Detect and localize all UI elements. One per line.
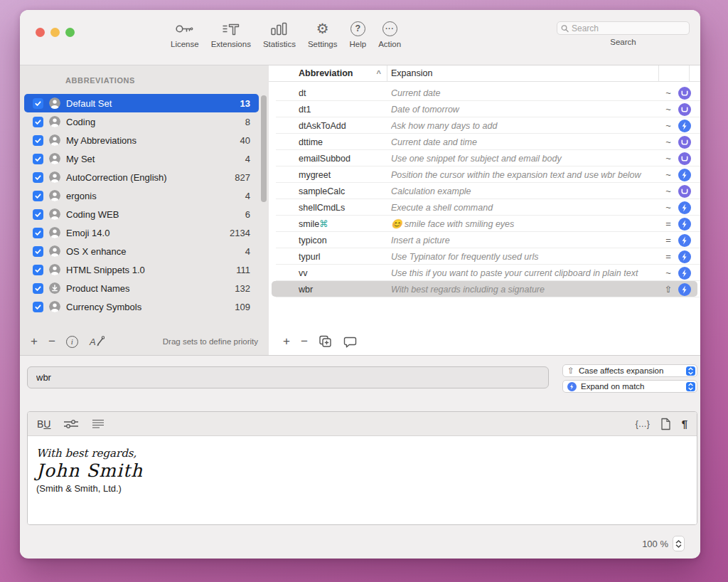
- cell-expansion: Use one snippet for subject and email bo…: [391, 154, 660, 164]
- search-toolbar-label: Search: [557, 38, 690, 46]
- comment-icon[interactable]: [343, 336, 358, 348]
- sidebar-item-html-snippets-1-0[interactable]: HTML Snippets 1.0111: [24, 260, 259, 279]
- column-header-case[interactable]: [658, 65, 689, 81]
- search-input[interactable]: [572, 23, 685, 33]
- set-count: 13: [240, 98, 250, 109]
- table-row-mygreet[interactable]: mygreetPosition the cursor within the ex…: [269, 166, 700, 183]
- sidebar-item-coding[interactable]: Coding8: [24, 112, 259, 131]
- cell-expansion: 😊 smile face with smiling eyes: [391, 218, 660, 229]
- duplicate-icon[interactable]: [318, 335, 333, 348]
- table-row-emailsubbod[interactable]: emailSubbodUse one snippet for subject a…: [269, 150, 700, 166]
- user-icon: [49, 301, 60, 312]
- column-header-abbreviation[interactable]: Abbreviation ^: [269, 65, 387, 81]
- set-count: 4: [245, 154, 250, 164]
- set-enabled-checkbox[interactable]: [33, 191, 43, 201]
- set-enabled-checkbox[interactable]: [33, 283, 43, 294]
- set-enabled-checkbox[interactable]: [33, 246, 43, 257]
- sidebar-item-emoji-14-0[interactable]: Emoji 14.02134: [24, 223, 259, 242]
- set-name: ergonis: [66, 191, 97, 201]
- cell-expansion: Position the cursor within the expansion…: [391, 170, 660, 180]
- toolbar-button-license[interactable]: License: [171, 18, 199, 48]
- zoom-button[interactable]: [65, 28, 75, 37]
- close-button[interactable]: [36, 28, 45, 37]
- sidebar-item-my-set[interactable]: My Set4: [24, 149, 259, 168]
- case-dropdown[interactable]: ⇧ Case affects expansion: [562, 364, 697, 377]
- zoom-stepper[interactable]: [673, 536, 685, 551]
- insert-marker-button[interactable]: {…}: [636, 419, 650, 429]
- cell-abbreviation: sampleCalc: [299, 186, 391, 196]
- toolbar-button-extensions[interactable]: Extensions: [211, 18, 251, 48]
- signature-line-1: With best regards,: [36, 447, 688, 460]
- document-icon[interactable]: [660, 418, 671, 430]
- set-count: 827: [235, 172, 250, 183]
- column-header-type[interactable]: [689, 65, 700, 81]
- minimize-button[interactable]: [50, 28, 60, 37]
- column-header-expansion[interactable]: Expansion: [387, 65, 658, 81]
- table-row-dttime[interactable]: dttimeCurrent date and time~: [269, 134, 700, 150]
- alignment-icon[interactable]: [92, 419, 105, 429]
- table-row-dt[interactable]: dtCurrent date~: [269, 85, 700, 101]
- set-enabled-checkbox[interactable]: [33, 154, 43, 164]
- add-set-button[interactable]: +: [31, 336, 38, 347]
- set-count: 132: [235, 283, 250, 294]
- table-row-wbr[interactable]: wbrWith best regards including a signatu…: [269, 281, 700, 297]
- set-enabled-checkbox[interactable]: [33, 172, 43, 183]
- set-enabled-checkbox[interactable]: [33, 98, 43, 109]
- toolbar-button-settings[interactable]: ⚙Settings: [308, 18, 338, 48]
- add-abbreviation-button[interactable]: +: [283, 336, 290, 347]
- download-icon: [49, 282, 60, 294]
- toolbar-button-statistics[interactable]: Statistics: [263, 18, 296, 48]
- set-enabled-checkbox[interactable]: [33, 209, 43, 220]
- toolbar-button-label: Extensions: [211, 40, 251, 48]
- abbreviation-input[interactable]: [27, 366, 549, 388]
- format-options-icon[interactable]: [63, 419, 79, 429]
- set-enabled-checkbox[interactable]: [33, 265, 43, 275]
- cell-abbreviation: emailSubbod: [299, 154, 391, 164]
- sidebar-item-coding-web[interactable]: Coding WEB6: [24, 205, 259, 223]
- editor-content[interactable]: With best regards, John Smith (Smith & S…: [28, 436, 697, 524]
- sidebar-item-autocorrection-english-[interactable]: AutoCorrection (English)827: [24, 168, 259, 186]
- sidebar-item-default-set[interactable]: Default Set13: [24, 94, 259, 112]
- search-field[interactable]: [557, 21, 690, 35]
- table-row-shellcmdls[interactable]: shellCmdLsExecute a shell command~: [269, 199, 700, 216]
- toolbar-button-help[interactable]: ?Help: [349, 18, 366, 48]
- set-enabled-checkbox[interactable]: [33, 135, 43, 146]
- expand-dropdown[interactable]: Expand on match: [562, 380, 697, 393]
- pilcrow-button[interactable]: ¶: [682, 418, 687, 430]
- table-row-smile[interactable]: smile⌘😊 smile face with smiling eyes=: [269, 216, 700, 232]
- set-name: Emoji 14.0: [66, 228, 109, 238]
- sidebar-item-os-x-enhance[interactable]: OS X enhance4: [24, 242, 259, 260]
- remove-abbreviation-button[interactable]: −: [301, 336, 308, 347]
- table-row-typurl[interactable]: typurlUse Typinator for frequently used …: [269, 248, 700, 265]
- table-row-dt1[interactable]: dt1Date of tomorrow~: [269, 101, 700, 117]
- sidebar-item-currency-symbols[interactable]: Currency Symbols109: [24, 297, 259, 316]
- table-row-samplecalc[interactable]: sampleCalcCalculation example~: [269, 183, 700, 199]
- table-row-vv[interactable]: vvUse this if you want to paste your cur…: [269, 265, 700, 281]
- zoom-control: 100 %: [642, 536, 685, 551]
- signature-line-3: (Smith & Smith, Ltd.): [36, 483, 688, 494]
- user-icon: [49, 190, 60, 201]
- set-count: 109: [235, 302, 250, 312]
- set-enabled-checkbox[interactable]: [33, 302, 43, 312]
- remove-set-button[interactable]: −: [48, 336, 55, 347]
- table-header: Abbreviation ^ Expansion: [269, 65, 700, 82]
- format-bold-underline-button[interactable]: BU: [37, 418, 50, 430]
- info-icon[interactable]: i: [66, 336, 78, 348]
- user-icon: [49, 171, 60, 183]
- search-icon: [561, 24, 569, 33]
- sidebar-item-product-names[interactable]: Product Names132: [24, 279, 259, 297]
- cell-abbreviation: dt: [299, 88, 391, 98]
- set-enabled-checkbox[interactable]: [33, 117, 43, 127]
- sidebar-item-my-abbreviations[interactable]: My Abbreviations40: [24, 131, 259, 149]
- abbreviations-table: Abbreviation ^ Expansion dtCurrent date~…: [269, 65, 700, 355]
- toolbar-button-action[interactable]: ···Action: [378, 18, 401, 48]
- quick-correction-icon[interactable]: A: [89, 335, 105, 348]
- table-row-typicon[interactable]: typiconInsert a picture=: [269, 232, 700, 248]
- case-marker: =: [660, 251, 676, 262]
- sidebar-scrollbar-thumb[interactable]: [261, 95, 267, 202]
- command-key-badge: ⌘: [319, 219, 328, 229]
- sidebar-item-ergonis[interactable]: ergonis4: [24, 186, 259, 205]
- set-enabled-checkbox[interactable]: [33, 228, 43, 238]
- table-row-dtasktoadd[interactable]: dtAskToAddAsk how many days to add~: [269, 117, 700, 134]
- set-name: My Set: [66, 154, 95, 164]
